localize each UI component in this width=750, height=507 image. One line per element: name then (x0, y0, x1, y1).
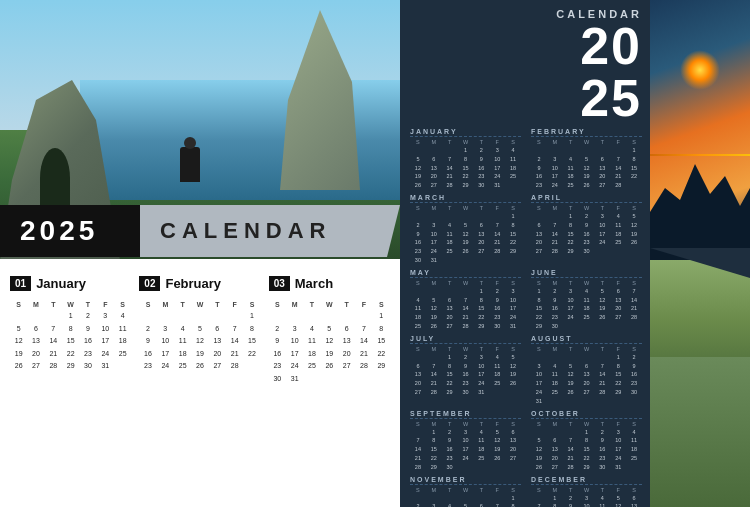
day-cell: 24 (286, 360, 303, 373)
day-cell: 30 (79, 360, 96, 373)
right-panel: CALENDAR 20 25 JANUARYSMTWTFS12345678910… (400, 0, 750, 507)
day-cell: 11 (174, 335, 191, 348)
day-cell: 7 (355, 323, 372, 336)
month-name-march: March (295, 276, 333, 291)
day-cell: 13 (338, 335, 355, 348)
day-cell: 29 (62, 360, 79, 373)
day-empty (27, 310, 44, 323)
month-february: 02 February S M T W T F S 12345678910111… (139, 271, 260, 499)
right-month-march: MARCHSMTWTFS1234567891011121314151617181… (410, 194, 521, 265)
day-cell: 7 (226, 323, 243, 336)
right-month-name: NOVEMBER (410, 476, 521, 485)
day-cell: 9 (269, 335, 286, 348)
right-month-january: JANUARYSMTWTFS12345678910111213141516171… (410, 128, 521, 190)
day-cell: 12 (321, 335, 338, 348)
day-cell: 3 (97, 310, 114, 323)
day-cell: 9 (79, 323, 96, 336)
day-cell: 23 (269, 360, 286, 373)
right-month-name: OCTOBER (531, 410, 642, 419)
day-cell: 5 (191, 323, 208, 336)
day-cell: 1 (62, 310, 79, 323)
day-cell: 7 (45, 323, 62, 336)
day-cell: 23 (139, 360, 156, 373)
year-bar: 2025 CALENDAR (0, 205, 400, 257)
right-month-name: FEBRUARY (531, 128, 642, 137)
day-cell: 2 (269, 323, 286, 336)
day-empty (355, 310, 372, 323)
month-num-01: 01 (10, 276, 31, 291)
day-empty (209, 310, 226, 323)
month-num-03: 03 (269, 276, 290, 291)
right-title-area: CALENDAR 20 25 (556, 8, 642, 124)
day-cell: 17 (286, 348, 303, 361)
month-march: 03 March S M T W T F S 12345678910111213… (269, 271, 390, 499)
day-cell: 18 (174, 348, 191, 361)
day-empty (10, 310, 27, 323)
day-cell: 17 (97, 335, 114, 348)
day-cell: 21 (355, 348, 372, 361)
right-month-name: MARCH (410, 194, 521, 203)
right-months-grid: JANUARYSMTWTFS12345678910111213141516171… (410, 128, 642, 507)
day-cell: 25 (114, 348, 131, 361)
day-cell: 25 (303, 360, 320, 373)
day-cell: 22 (62, 348, 79, 361)
month-name-february: February (165, 276, 221, 291)
right-month-november: NOVEMBERSMTWTFS1234567891011121314151617… (410, 476, 521, 507)
day-cell: 25 (174, 360, 191, 373)
left-panel: 2025 CALENDAR 01 January S M T W T F (0, 0, 400, 507)
day-cell: 15 (243, 335, 260, 348)
day-cell: 15 (373, 335, 390, 348)
right-header: CALENDAR 20 25 (410, 8, 642, 124)
day-cell: 15 (62, 335, 79, 348)
day-cell: 20 (209, 348, 226, 361)
day-cell: 3 (286, 323, 303, 336)
day-cell: 19 (321, 348, 338, 361)
calendar-label: CALENDAR (140, 205, 400, 257)
flowers-photo (650, 260, 750, 507)
day-cell: 13 (209, 335, 226, 348)
day-cell: 12 (191, 335, 208, 348)
day-cell: 22 (243, 348, 260, 361)
right-month-name: JUNE (531, 269, 642, 278)
day-empty (157, 310, 174, 323)
day-cell: 8 (62, 323, 79, 336)
day-cell: 18 (303, 348, 320, 361)
month-name-january: January (36, 276, 86, 291)
day-cell: 2 (139, 323, 156, 336)
day-cell: 23 (79, 348, 96, 361)
day-cell: 27 (209, 360, 226, 373)
right-year: 20 25 (556, 20, 642, 124)
right-calendar-section: CALENDAR 20 25 JANUARYSMTWTFS12345678910… (400, 0, 650, 507)
day-empty (321, 310, 338, 323)
right-month-name: JANUARY (410, 128, 521, 137)
day-empty (174, 310, 191, 323)
months-row: 01 January S M T W T F S 123456789101112… (10, 271, 390, 499)
right-month-september: SEPTEMBERSMTWTFS123456789101112131415161… (410, 410, 521, 472)
right-month-may: MAYSMTWTFS123456789101112131415161718192… (410, 269, 521, 331)
left-calendar-area: 01 January S M T W T F S 123456789101112… (0, 259, 400, 507)
day-cell: 8 (373, 323, 390, 336)
day-cell: 16 (269, 348, 286, 361)
day-empty (226, 310, 243, 323)
day-cell: 4 (174, 323, 191, 336)
day-cell: 14 (355, 335, 372, 348)
day-cell: 6 (209, 323, 226, 336)
year-display: 2025 (0, 205, 140, 257)
day-empty (338, 310, 355, 323)
day-cell: 28 (45, 360, 62, 373)
day-cell: 29 (373, 360, 390, 373)
day-cell: 16 (139, 348, 156, 361)
day-cell: 4 (303, 323, 320, 336)
day-cell: 27 (338, 360, 355, 373)
day-cell: 16 (79, 335, 96, 348)
day-cell: 27 (27, 360, 44, 373)
day-cell: 11 (303, 335, 320, 348)
day-empty (191, 310, 208, 323)
day-empty (303, 310, 320, 323)
right-month-august: AUGUSTSMTWTFS123456789101112131415161718… (531, 335, 642, 406)
day-empty (269, 310, 286, 323)
day-cell: 31 (97, 360, 114, 373)
right-month-june: JUNESMTWTFS12345678910111213141516171819… (531, 269, 642, 331)
day-cell: 30 (269, 373, 286, 386)
right-month-april: APRILSMTWTFS1234567891011121314151617181… (531, 194, 642, 265)
